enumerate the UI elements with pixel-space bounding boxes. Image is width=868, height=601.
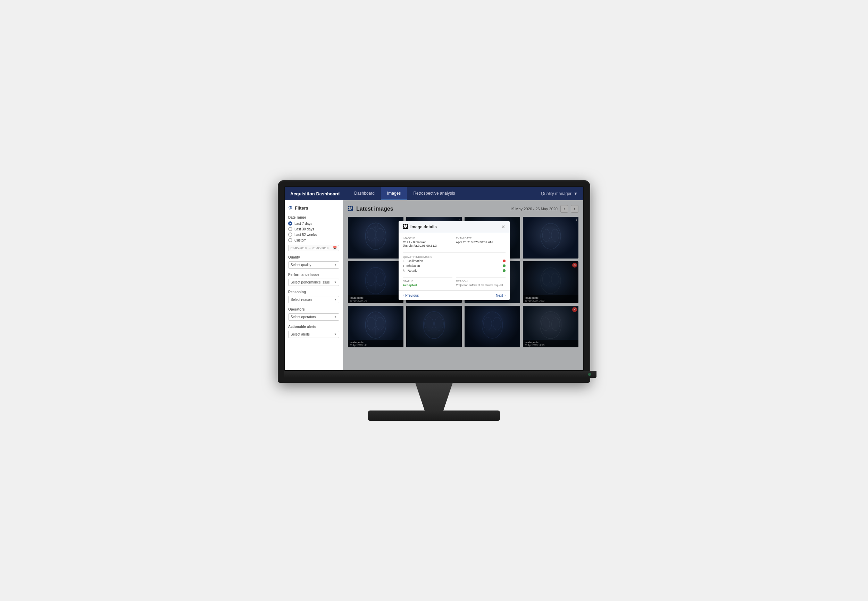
operators-filter-section: Operators Select operators ▼: [288, 307, 339, 320]
modal-exam-date: Exam Date April 25:218.375 30:89 AM: [456, 236, 506, 247]
reasoning-filter-section: Reasoning Select reason ▼: [288, 290, 339, 303]
quality-item-left-rotation: ↻ Rotation: [403, 269, 419, 272]
modal-close-button[interactable]: ✕: [501, 224, 506, 230]
date-range-section: Date range Last 7 days Last 30 days: [288, 215, 339, 251]
monitor-wrapper: Acquisition Dashboard Dashboard Images R…: [278, 180, 590, 421]
screen: Acquisition Dashboard Dashboard Images R…: [284, 186, 584, 371]
monitor-chin: [284, 371, 596, 378]
radio-dot-custom: [288, 238, 292, 242]
alerts-dropdown[interactable]: Select alerts ▼: [288, 331, 339, 338]
collimation-status-dot: [503, 259, 506, 262]
monitor-stand-base: [368, 410, 500, 421]
performance-filter-section: Performance Issue Select performance iss…: [288, 273, 339, 286]
chevron-left-icon: ‹: [403, 294, 404, 297]
modal-footer: ‹ Previous Next ›: [399, 290, 510, 300]
radio-dot-last7: [288, 221, 292, 226]
monitor-frame: Acquisition Dashboard Dashboard Images R…: [278, 180, 590, 383]
date-range-label: Date range: [288, 215, 339, 219]
sidebar: ⚗ Filters Date range Last 7 days: [285, 200, 343, 370]
modal-body: Image ID C171 - 8 blanket bits.ofc.for.b…: [399, 233, 510, 290]
radio-last30[interactable]: Last 30 days: [288, 227, 339, 231]
radio-dot-last52: [288, 232, 292, 236]
monitor-stand-neck: [403, 383, 465, 410]
exam-date-label: Exam Date: [456, 236, 506, 240]
radio-dot-last30: [288, 227, 292, 231]
inhalation-status-dot: [503, 264, 506, 267]
reasoning-filter-label: Reasoning: [288, 290, 339, 294]
reason-dropdown[interactable]: Select reason ▼: [288, 296, 339, 303]
radio-last7[interactable]: Last 7 days: [288, 221, 339, 226]
inhalation-icon: ↕: [403, 264, 405, 267]
modal-next-button[interactable]: Next ›: [496, 294, 506, 297]
power-indicator: [588, 373, 591, 376]
quality-item-collimation: ⊞ Collimation: [403, 259, 506, 263]
alerts-filter-label: Actionable alerts: [288, 325, 339, 329]
tab-dashboard[interactable]: Dashboard: [348, 187, 381, 200]
main-layout: ⚗ Filters Date range Last 7 days: [285, 200, 583, 370]
chevron-right-icon: ›: [504, 294, 506, 297]
status-value: Accepted: [403, 284, 452, 287]
app-title: Acquisition Dashboard: [290, 191, 339, 197]
quality-item-rotation: ↻ Rotation: [403, 269, 506, 272]
calendar-icon: 📅: [333, 246, 337, 250]
radio-last52[interactable]: Last 52 weeks: [288, 232, 339, 236]
chevron-down-icon: ▼: [573, 191, 578, 196]
status-label: Status: [403, 280, 452, 283]
modal-reason-section: Reason Projection sufficient for clinica…: [456, 277, 506, 287]
operators-filter-label: Operators: [288, 307, 339, 311]
modal-header: 🖼 Image details ✕: [399, 221, 510, 233]
user-menu[interactable]: Quality manager ▼: [541, 191, 578, 196]
sidebar-header: ⚗ Filters: [288, 205, 339, 211]
exam-date-value: April 25:218.375 30:89 AM: [456, 241, 506, 244]
alerts-filter-section: Actionable alerts Select alerts ▼: [288, 325, 339, 338]
modal-title-area: 🖼 Image details: [403, 224, 437, 230]
tab-images[interactable]: Images: [381, 187, 407, 200]
reason-label: Reason: [456, 280, 506, 283]
quality-item-left-collimation: ⊞ Collimation: [403, 259, 423, 263]
operators-dropdown[interactable]: Select operators ▼: [288, 313, 339, 320]
quality-dropdown[interactable]: Select quality ▼: [288, 261, 339, 268]
image-icon-modal: 🖼: [403, 224, 408, 230]
modal-image-id: Image ID C171 - 8 blanket bits.ofc.for.b…: [403, 236, 452, 247]
quality-filter-label: Quality: [288, 255, 339, 259]
topnav: Acquisition Dashboard Dashboard Images R…: [285, 187, 583, 200]
chevron-down-icon: ▼: [334, 263, 337, 267]
date-range-options: Last 7 days Last 30 days Last 52 weeks: [288, 221, 339, 242]
image-id-label: Image ID: [403, 236, 452, 240]
modal-title: Image details: [410, 224, 437, 229]
rotation-status-dot: [503, 269, 506, 272]
chevron-down-icon: ▼: [334, 298, 337, 301]
modal-status-section: Status Accepted: [403, 277, 452, 287]
sidebar-title: Filters: [295, 206, 308, 211]
content-area: 🖼 Latest images 19 May 2020 - 26 May 202…: [343, 200, 583, 370]
quality-indicators-section: Quality indicators ⊞ Collimation: [403, 252, 506, 274]
rotation-icon: ↻: [403, 269, 405, 272]
performance-dropdown[interactable]: Select performance issue ▼: [288, 279, 339, 286]
reason-value: Projection sufficient for clinical reque…: [456, 284, 506, 287]
date-range-input[interactable]: 01-05-2019 → 31-05-2019 📅: [288, 245, 339, 251]
filter-icon: ⚗: [288, 205, 293, 211]
collimation-icon: ⊞: [403, 259, 405, 263]
quality-item-left-inhalation: ↕ Inhalation: [403, 264, 420, 267]
performance-filter-label: Performance Issue: [288, 273, 339, 276]
image-details-modal: 🖼 Image details ✕ Image ID C171 - 8 blan…: [399, 221, 510, 300]
chevron-down-icon: ▼: [334, 316, 337, 319]
quality-item-inhalation: ↕ Inhalation: [403, 264, 506, 267]
modal-prev-button[interactable]: ‹ Previous: [403, 294, 419, 297]
quality-indicators-label: Quality indicators: [403, 255, 506, 259]
chevron-down-icon: ▼: [334, 281, 337, 284]
radio-custom[interactable]: Custom: [288, 238, 339, 242]
chevron-down-icon: ▼: [334, 333, 337, 336]
image-id-value: C171 - 8 blanket bits.ofc.for.bc.06.99.6…: [403, 241, 452, 247]
tab-retrospective[interactable]: Retrospective analysis: [407, 187, 461, 200]
quality-filter-section: Quality Select quality ▼: [288, 255, 339, 268]
nav-tabs: Dashboard Images Retrospective analysis: [348, 187, 541, 200]
modal-overlay[interactable]: 🖼 Image details ✕ Image ID C171 - 8 blan…: [343, 200, 583, 370]
